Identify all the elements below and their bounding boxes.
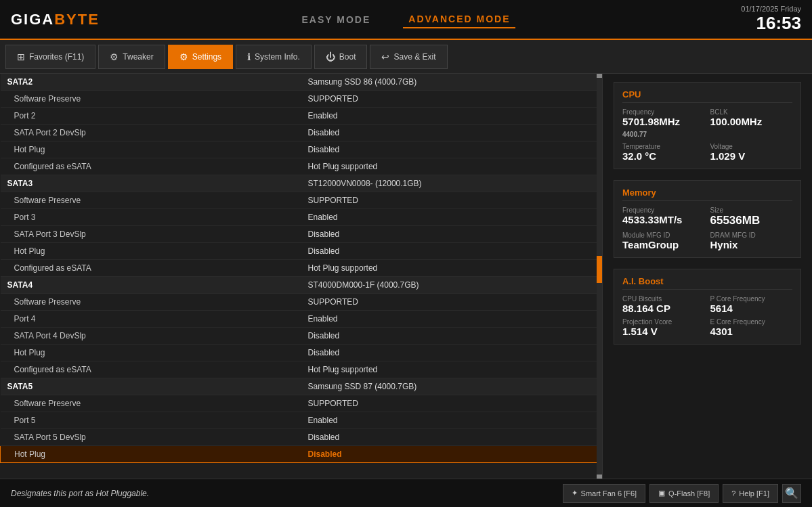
cpu-volt-label: Voltage: [710, 143, 793, 150]
nav-icon: ⚙: [179, 51, 188, 62]
mem-dram-item: DRAM MFG ID Hynix: [710, 232, 793, 250]
qflash-button[interactable]: ▣ Q-Flash [F8]: [649, 484, 719, 503]
table-row[interactable]: SATA Port 4 DevSlpDisabled: [1, 328, 602, 345]
mem-size-label: Size: [710, 206, 793, 214]
mode-bar: EASY MODE ADVANCED MODE: [297, 11, 516, 28]
search-icon: 🔍: [785, 487, 798, 500]
memory-title: Memory: [622, 188, 792, 201]
cpu-freq-value: 5701.98MHz 4400.77: [622, 116, 705, 139]
cpu-bclk-label: BCLK: [710, 108, 793, 116]
ai-boost-title: A.I. Boost: [622, 276, 792, 290]
mem-size-item: Size 65536MB: [710, 206, 793, 227]
ai-boost-section: A.I. Boost CPU Biscuits 88.164 CP P Core…: [614, 269, 801, 345]
table-row[interactable]: Port 5Enabled: [1, 412, 602, 429]
table-row[interactable]: Hot PlugDisabled: [1, 243, 602, 260]
table-row[interactable]: Software PreserveSUPPORTED: [1, 192, 602, 209]
smart-fan-button[interactable]: ✦ Smart Fan 6 [F6]: [563, 484, 646, 503]
fan-icon: ✦: [572, 489, 578, 498]
mem-mfg-label: Module MFG ID: [622, 232, 705, 239]
mem-mfg-item: Module MFG ID TeamGroup: [622, 232, 705, 250]
table-row[interactable]: Software PreserveSUPPORTED: [1, 294, 602, 311]
nav-item-settings[interactable]: ⚙Settings: [168, 45, 233, 69]
nav-icon: ⚙: [110, 51, 119, 62]
table-row[interactable]: SATA5Samsung SSD 87 (4000.7GB): [1, 378, 602, 395]
table-row[interactable]: Configured as eSATAHot Plug supported: [1, 260, 602, 277]
scroll-thumb[interactable]: [597, 256, 602, 283]
cpu-title: CPU: [622, 89, 792, 103]
table-row[interactable]: SATA Port 2 DevSlpDisabled: [1, 125, 602, 141]
table-row[interactable]: SATA3ST12000VN0008- (12000.1GB): [1, 175, 602, 192]
mem-freq-label: Frequency: [622, 206, 705, 214]
cpu-bclk-item: BCLK 100.00MHz: [710, 108, 793, 139]
cpu-section: CPU Frequency 5701.98MHz 4400.77 BCLK 10…: [614, 82, 801, 169]
logo: GIGABYTE: [11, 11, 100, 28]
mem-freq-value: 4533.33MT/s: [622, 214, 705, 225]
table-row[interactable]: Hot PlugDisabled: [1, 345, 602, 361]
ai-pcore-label: P Core Frequency: [710, 295, 793, 303]
help-button[interactable]: ? Help [F1]: [723, 484, 778, 503]
table-row[interactable]: SATA Port 5 DevSlpDisabled: [1, 429, 602, 446]
cpu-freq-label: Frequency: [622, 108, 705, 116]
table-row[interactable]: Configured as eSATAHot Plug supported: [1, 361, 602, 378]
table-row[interactable]: Configured as eSATAHot Plug supported: [1, 158, 602, 175]
settings-table: SATA2Samsung SSD 86 (4000.7GB)Software P…: [0, 74, 602, 463]
nav-icon: ⏻: [326, 51, 335, 62]
cpu-volt-value: 1.029 V: [710, 150, 793, 162]
ai-ecore-value: 4301: [710, 326, 793, 337]
table-row[interactable]: Software PreserveSUPPORTED: [1, 91, 602, 108]
settings-panel: SATA2Samsung SSD 86 (4000.7GB)Software P…: [0, 74, 602, 479]
footer: Designates this port as Hot Pluggable. ✦…: [0, 479, 812, 507]
ai-ecore-item: E Core Frequency 4301: [710, 318, 793, 337]
cpu-volt-item: Voltage 1.029 V: [710, 143, 793, 162]
table-row[interactable]: Hot PlugDisabled: [1, 141, 602, 158]
header: GIGABYTE EASY MODE ADVANCED MODE 01/17/2…: [0, 0, 812, 40]
advanced-mode-btn[interactable]: ADVANCED MODE: [403, 11, 515, 28]
ai-pcore-value: 5614: [710, 303, 793, 314]
ai-proj-value: 1.514 V: [622, 326, 705, 337]
mem-dram-value: Hynix: [710, 239, 793, 250]
ai-biscuits-label: CPU Biscuits: [622, 295, 705, 303]
nav-icon: ⊞: [17, 51, 25, 62]
mem-mfg-value: TeamGroup: [622, 239, 705, 250]
cpu-grid: Frequency 5701.98MHz 4400.77 BCLK 100.00…: [622, 108, 792, 162]
ai-boost-grid: CPU Biscuits 88.164 CP P Core Frequency …: [622, 295, 792, 337]
cpu-temp-label: Temperature: [622, 143, 705, 150]
time-display: 16:53: [741, 13, 801, 34]
ai-ecore-label: E Core Frequency: [710, 318, 793, 326]
cpu-temp-item: Temperature 32.0 °C: [622, 143, 705, 162]
nav-item-boot[interactable]: ⏻Boot: [314, 45, 368, 69]
mem-freq-item: Frequency 4533.33MT/s: [622, 206, 705, 227]
date-display: 01/17/2025 Friday: [741, 5, 801, 13]
footer-message: Designates this port as Hot Pluggable.: [11, 489, 149, 498]
ai-proj-label: Projection Vcore: [622, 318, 705, 326]
ai-biscuits-item: CPU Biscuits 88.164 CP: [622, 295, 705, 314]
memory-section: Memory Frequency 4533.33MT/s Size 65536M…: [614, 180, 801, 258]
info-panel: CPU Frequency 5701.98MHz 4400.77 BCLK 10…: [602, 74, 812, 479]
datetime: 01/17/2025 Friday 16:53: [741, 5, 801, 34]
mem-size-value: 65536MB: [710, 214, 793, 227]
table-row[interactable]: Port 3Enabled: [1, 209, 602, 226]
table-row[interactable]: SATA2Samsung SSD 86 (4000.7GB): [1, 74, 602, 91]
table-row[interactable]: Hot PlugDisabled: [1, 446, 602, 463]
search-button[interactable]: 🔍: [782, 484, 801, 503]
cpu-temp-value: 32.0 °C: [622, 150, 705, 162]
mem-dram-label: DRAM MFG ID: [710, 232, 793, 239]
memory-grid: Frequency 4533.33MT/s Size 65536MB Modul…: [622, 206, 792, 250]
nav-item-save-&-exit[interactable]: ↩Save & Exit: [370, 45, 447, 69]
cpu-freq-item: Frequency 5701.98MHz 4400.77: [622, 108, 705, 139]
nav-icon: ↩: [381, 51, 389, 62]
nav-item-tweaker[interactable]: ⚙Tweaker: [98, 45, 165, 69]
ai-pcore-item: P Core Frequency 5614: [710, 295, 793, 314]
table-row[interactable]: Port 4Enabled: [1, 311, 602, 328]
main-content: SATA2Samsung SSD 86 (4000.7GB)Software P…: [0, 74, 812, 479]
table-row[interactable]: Software PreserveSUPPORTED: [1, 395, 602, 412]
easy-mode-btn[interactable]: EASY MODE: [297, 12, 377, 28]
cpu-bclk-value: 100.00MHz: [710, 116, 793, 127]
nav-item-system-info.[interactable]: ℹSystem Info.: [236, 45, 312, 69]
nav-item-favorites-f11[interactable]: ⊞Favorites (F11): [5, 45, 95, 69]
table-row[interactable]: Port 2Enabled: [1, 108, 602, 125]
table-row[interactable]: SATA4ST4000DM000-1F (4000.7GB): [1, 277, 602, 294]
help-icon: ?: [731, 489, 735, 498]
table-row[interactable]: SATA Port 3 DevSlpDisabled: [1, 226, 602, 243]
scrollbar[interactable]: [597, 74, 602, 479]
